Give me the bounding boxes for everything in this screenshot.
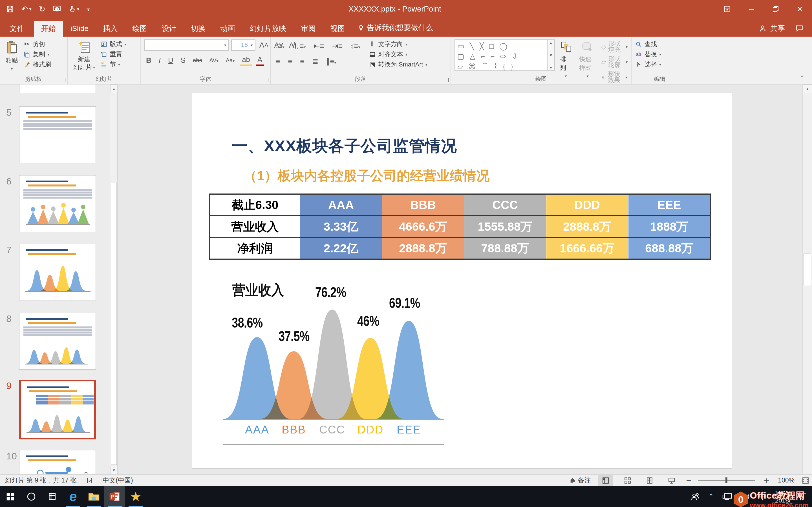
restore-button[interactable]	[763, 0, 788, 18]
thumbnail-slide-7[interactable]	[19, 244, 96, 301]
arrange-button[interactable]: 排列▾	[558, 40, 574, 79]
normal-view-button[interactable]	[598, 475, 613, 486]
text-direction-button[interactable]: ⫴文字方向▾	[369, 41, 427, 48]
star-app-button[interactable]: ★	[125, 486, 146, 507]
font-dialog-launcher[interactable]	[264, 78, 268, 82]
start-button[interactable]	[0, 486, 21, 507]
increase-indent-icon[interactable]: ⇥≡	[331, 41, 344, 51]
strikethrough-button[interactable]: abc	[191, 57, 204, 64]
bold-button[interactable]: B	[144, 55, 153, 65]
slide-title[interactable]: 一、XXX板块各子公司监管情况	[232, 135, 457, 157]
undo-button[interactable]: ↶▾	[21, 4, 32, 14]
font-color-button[interactable]: A	[256, 55, 264, 66]
format-painter-button[interactable]: 格式刷	[23, 61, 51, 68]
numbering-button[interactable]: ⒈≡▾	[290, 41, 307, 52]
powerpoint-taskbar-button[interactable]: P	[104, 486, 125, 507]
network-icon[interactable]	[722, 492, 732, 501]
reading-view-button[interactable]	[642, 475, 657, 486]
tab-insert[interactable]: 插入	[96, 21, 125, 37]
customize-qat-icon[interactable]: —▾	[87, 6, 90, 12]
zoom-in-icon[interactable]: ＋	[762, 474, 770, 486]
notes-button[interactable]: 备注	[569, 476, 591, 485]
decrease-indent-icon[interactable]: ⇤≡	[312, 41, 326, 51]
font-size-combo[interactable]: 18▾	[231, 40, 255, 51]
tab-draw[interactable]: 绘图	[125, 21, 154, 37]
task-view-button[interactable]	[42, 486, 63, 507]
thumbnail-slide-4-partial[interactable]	[19, 84, 96, 93]
tab-design[interactable]: 设计	[154, 21, 184, 37]
tab-file[interactable]: 文件	[0, 21, 34, 37]
collapse-ribbon-icon[interactable]: ⌃	[800, 74, 805, 82]
tab-view[interactable]: 视图	[323, 21, 352, 37]
redo-button[interactable]: ↻	[39, 4, 45, 14]
tab-slideshow[interactable]: 幻灯片放映	[243, 21, 294, 37]
zoom-out-icon[interactable]: −	[686, 476, 691, 485]
ribbon-display-options-button[interactable]	[715, 0, 739, 18]
shape-outline-button[interactable]: ▱形状轮廓▾	[601, 56, 627, 68]
thumbnail-slide-5[interactable]	[19, 107, 96, 163]
shapes-gallery[interactable]: ▭ ╲ ╳ □ ◯▢ △ ⌐ ⌐ ⇨ ⇩▱ ⌘ ⌒ ⌇ { } ▲▼▼	[455, 40, 555, 71]
copy-button[interactable]: 复制▾	[23, 51, 51, 58]
slide-canvas[interactable]: 一、XXX板块各子公司监管情况 （1）板块内各控股子公司的经营业绩情况 截止6.…	[192, 93, 732, 469]
reset-button[interactable]: 重置	[100, 51, 126, 58]
minimize-button[interactable]: ─	[739, 0, 763, 18]
undo-caret-icon[interactable]: ▾	[29, 6, 31, 12]
spellcheck-icon[interactable]	[86, 477, 93, 484]
thumbnail-slide-8[interactable]	[19, 313, 96, 370]
zoom-slider-thumb[interactable]	[725, 477, 727, 483]
close-button[interactable]: ✕	[788, 0, 812, 18]
copy-caret-icon[interactable]: ▾	[47, 52, 49, 56]
paste-caret-icon[interactable]: ▾	[11, 66, 13, 71]
paste-button[interactable]: 粘贴 ▾	[3, 40, 20, 72]
thumbnail-scrollbar[interactable]: ▲ ▼	[110, 84, 117, 474]
find-button[interactable]: 查找	[635, 41, 661, 48]
zoom-level[interactable]: 100%	[778, 476, 795, 484]
slide-subtitle[interactable]: （1）板块内各控股子公司的经营业绩情况	[244, 167, 490, 185]
slideshow-view-button[interactable]	[664, 475, 679, 486]
font-name-combo[interactable]: ▾	[144, 40, 229, 51]
columns-icon[interactable]: ∥≡▾	[324, 57, 338, 66]
align-center-icon[interactable]: ≡	[286, 57, 294, 66]
increase-font-icon[interactable]: A˄	[258, 40, 270, 50]
language-indicator[interactable]: 中文(中国)	[103, 476, 133, 485]
highlight-color-button[interactable]: ab	[240, 55, 252, 66]
touch-mode-caret-icon[interactable]: ▾	[77, 6, 79, 12]
new-slide-button[interactable]: 新建 幻灯片▾	[71, 40, 97, 73]
slide-counter[interactable]: 幻灯片 第 9 张，共 17 张	[5, 476, 77, 485]
cortana-button[interactable]	[21, 486, 42, 507]
italic-button[interactable]: I	[157, 55, 162, 65]
people-icon[interactable]	[691, 492, 700, 501]
layout-button[interactable]: 版式▾	[100, 41, 126, 48]
drawing-dialog-launcher[interactable]	[625, 78, 629, 82]
tell-me-box[interactable]: 告诉我你想要做什么	[357, 23, 433, 37]
thumbnail-scrollbar-thumb[interactable]	[111, 183, 117, 465]
replace-button[interactable]: ab替换▾	[635, 51, 661, 58]
align-left-icon[interactable]: ≡	[274, 57, 282, 66]
align-text-button[interactable]: ⬓对齐文本▾	[369, 51, 427, 58]
align-right-icon[interactable]: ≡	[298, 57, 306, 66]
underline-button[interactable]: U	[166, 55, 175, 65]
main-scrollbar-thumb[interactable]	[804, 253, 811, 286]
line-spacing-icon[interactable]: ↕≡▾	[349, 41, 362, 51]
fit-to-window-icon[interactable]	[802, 477, 809, 484]
tab-transitions[interactable]: 切换	[184, 21, 213, 37]
clipboard-dialog-launcher[interactable]	[61, 78, 65, 82]
shape-fill-button[interactable]: ◇形状填充▾	[601, 41, 627, 53]
shapes-gallery-scrollbar[interactable]: ▲▼▼	[548, 40, 555, 71]
tab-islide[interactable]: iSlide	[63, 21, 96, 37]
tab-home[interactable]: 开始	[34, 21, 63, 37]
smartart-button[interactable]: ⬔转换为 SmartArt▾	[369, 61, 427, 68]
main-scrollbar[interactable]: ▲	[802, 84, 812, 474]
start-slideshow-icon[interactable]	[53, 5, 61, 13]
layout-caret-icon[interactable]: ▾	[124, 42, 126, 46]
tab-animations[interactable]: 动画	[213, 21, 243, 37]
edge-button[interactable]: e	[63, 486, 84, 507]
char-spacing-button[interactable]: AV▾	[207, 57, 220, 64]
slide-table[interactable]: 截止6.30 AAA BBB CCC DDD EEE 营业收入 3.33亿 46…	[209, 193, 711, 260]
section-button[interactable]: 节▾	[100, 61, 126, 68]
paragraph-dialog-launcher[interactable]	[445, 78, 449, 82]
select-button[interactable]: 选择▾	[635, 61, 661, 68]
chart-title[interactable]: 营业收入	[232, 281, 284, 300]
thumbnail-slide-6[interactable]	[19, 175, 96, 232]
tab-review[interactable]: 审阅	[294, 21, 323, 37]
